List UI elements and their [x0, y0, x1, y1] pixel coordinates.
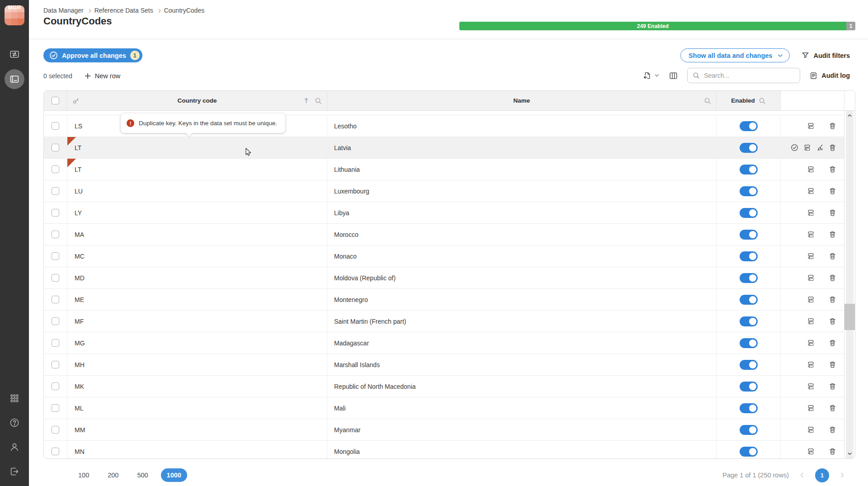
name-cell[interactable]: Lithuania — [327, 159, 717, 180]
delete-row-button[interactable] — [829, 122, 836, 130]
country-code-cell[interactable]: MH — [67, 354, 327, 375]
row-checkbox[interactable] — [52, 231, 59, 238]
enabled-header-cell[interactable]: Enabled — [717, 91, 781, 110]
row-checkbox[interactable] — [52, 144, 59, 151]
duplicate-row-button[interactable] — [807, 209, 815, 217]
new-row-button[interactable]: New row — [84, 72, 120, 80]
name-cell[interactable]: Montenegro — [327, 289, 717, 310]
duplicate-row-button[interactable] — [807, 274, 815, 282]
duplicate-row-button[interactable] — [807, 296, 815, 303]
name-cell[interactable]: Morocco — [327, 224, 717, 245]
enabled-toggle[interactable] — [740, 143, 758, 153]
duplicate-row-button[interactable] — [803, 144, 811, 151]
row-checkbox[interactable] — [52, 296, 59, 303]
country-code-cell[interactable]: LT — [67, 159, 327, 180]
approve-all-changes-button[interactable]: Approve all changes 1 — [43, 48, 142, 62]
select-all-checkbox[interactable] — [52, 97, 59, 104]
duplicate-row-button[interactable] — [807, 165, 815, 173]
delete-row-button[interactable] — [829, 448, 836, 455]
audit-filters-button[interactable]: Audit filters — [802, 52, 850, 59]
help-icon[interactable] — [9, 418, 19, 428]
breadcrumb-item[interactable]: CountryCodes — [164, 7, 205, 14]
row-checkbox[interactable] — [52, 382, 59, 390]
row-checkbox[interactable] — [52, 317, 59, 325]
app-logo[interactable]: MGR — [5, 5, 24, 25]
delete-row-button[interactable] — [829, 317, 836, 325]
row-checkbox[interactable] — [52, 448, 59, 455]
name-cell[interactable]: Republic of North Macedonia — [327, 376, 717, 397]
page-size-button[interactable]: 1000 — [161, 468, 187, 482]
enabled-toggle[interactable] — [740, 382, 758, 392]
user-icon[interactable] — [9, 442, 19, 452]
column-search-icon[interactable] — [315, 97, 322, 104]
delete-row-button[interactable] — [829, 187, 836, 195]
enabled-toggle[interactable] — [740, 316, 758, 326]
enabled-toggle[interactable] — [740, 165, 758, 175]
row-checkbox[interactable] — [52, 209, 59, 217]
delete-row-button[interactable] — [829, 252, 836, 260]
row-checkbox[interactable] — [52, 165, 59, 173]
manage-columns-button[interactable] — [669, 71, 678, 80]
table-row[interactable]: MG Madagascar — [44, 332, 844, 354]
scroll-up-icon[interactable] — [844, 113, 855, 118]
enabled-toggle[interactable] — [740, 360, 758, 370]
table-row[interactable]: ML Mali — [44, 397, 844, 419]
name-cell[interactable]: Lesotho — [327, 115, 717, 137]
country-code-cell[interactable]: ME — [67, 289, 327, 310]
page-size-button[interactable]: 500 — [131, 468, 154, 482]
table-row[interactable]: MH Marshall Islands — [44, 354, 844, 376]
country-code-cell[interactable]: MD — [67, 267, 327, 288]
name-cell[interactable]: Moldova (Republic of) — [327, 267, 717, 288]
previous-page-button[interactable] — [799, 472, 805, 478]
enabled-toggle[interactable] — [740, 121, 758, 131]
country-code-cell[interactable]: MM — [67, 419, 327, 440]
table-row[interactable]: LY Libya — [44, 202, 844, 224]
country-code-header-cell[interactable]: Country code — [67, 91, 327, 110]
duplicate-row-button[interactable] — [807, 252, 815, 260]
country-code-cell[interactable]: MN — [67, 441, 327, 458]
duplicate-row-button[interactable] — [807, 317, 815, 325]
vertical-scrollbar[interactable] — [844, 111, 855, 458]
approve-row-button[interactable] — [791, 144, 798, 151]
name-cell[interactable]: Monaco — [327, 245, 717, 267]
enabled-toggle[interactable] — [740, 447, 758, 457]
enabled-toggle[interactable] — [740, 273, 758, 283]
audit-log-button[interactable]: Audit log — [810, 72, 850, 80]
table-row[interactable]: MK Republic of North Macedonia — [44, 376, 844, 397]
logout-icon[interactable] — [9, 467, 19, 477]
delete-row-button[interactable] — [829, 209, 836, 217]
row-checkbox[interactable] — [52, 122, 59, 130]
row-checkbox[interactable] — [52, 426, 59, 434]
table-row[interactable]: ME Montenegro — [44, 289, 844, 311]
enabled-toggle[interactable] — [740, 186, 758, 196]
duplicate-row-button[interactable] — [807, 382, 815, 390]
page-size-button[interactable]: 200 — [102, 468, 124, 482]
name-cell[interactable]: Madagascar — [327, 332, 717, 354]
table-row[interactable]: MC Monaco — [44, 245, 844, 267]
delete-row-button[interactable] — [829, 165, 836, 173]
enabled-toggle[interactable] — [740, 230, 758, 240]
table-row[interactable]: MA Morocco — [44, 224, 844, 245]
name-cell[interactable]: Saint Martin (French part) — [327, 311, 717, 332]
country-code-cell[interactable]: ML — [67, 397, 327, 419]
enabled-toggle[interactable] — [740, 403, 758, 413]
breadcrumb-item[interactable]: Data Manager — [43, 7, 90, 14]
delete-row-button[interactable] — [829, 144, 836, 151]
duplicate-row-button[interactable] — [807, 339, 815, 347]
column-search-icon[interactable] — [759, 97, 766, 104]
country-code-cell[interactable]: MG — [67, 332, 327, 354]
enabled-toggle[interactable] — [740, 295, 758, 305]
name-cell[interactable]: Luxembourg — [327, 180, 717, 202]
clear-row-button[interactable] — [816, 144, 824, 151]
table-row[interactable]: MD Moldova (Republic of) — [44, 267, 844, 289]
delete-row-button[interactable] — [829, 361, 836, 368]
scrollbar-track[interactable] — [846, 111, 854, 458]
row-checkbox[interactable] — [52, 252, 59, 260]
table-row[interactable]: LU Luxembourg — [44, 180, 844, 202]
enabled-toggle[interactable] — [740, 425, 758, 435]
sort-ascending-icon[interactable] — [303, 97, 310, 104]
country-code-cell[interactable]: MF — [67, 311, 327, 332]
name-cell[interactable]: Mongolia — [327, 441, 717, 458]
delete-row-button[interactable] — [829, 404, 836, 412]
apps-waffle-icon[interactable] — [9, 393, 19, 403]
